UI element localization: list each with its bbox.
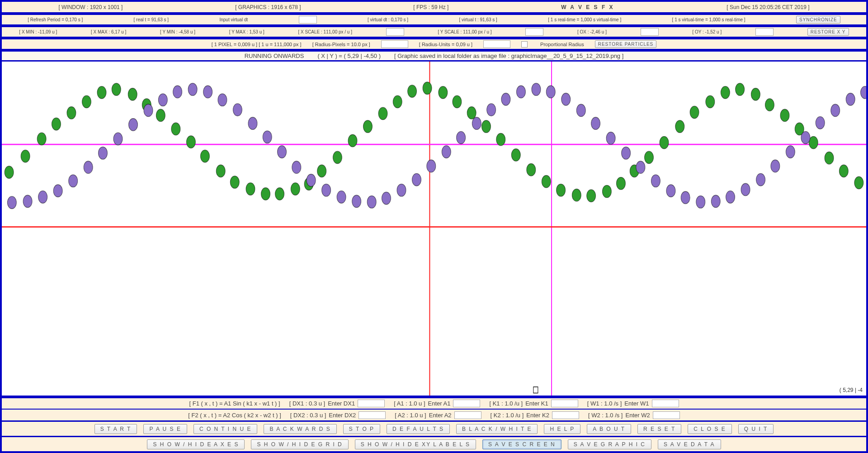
- svg-point-48: [645, 151, 654, 163]
- save-data-button[interactable]: S A V E D A T A: [658, 439, 721, 449]
- svg-point-111: [726, 191, 735, 203]
- svg-point-99: [546, 86, 555, 98]
- svg-point-109: [696, 196, 705, 208]
- restore-particles-button[interactable]: RESTORE PARTICLES: [595, 40, 657, 48]
- ox-field[interactable]: [641, 28, 659, 36]
- svg-point-22: [261, 188, 270, 200]
- svg-point-103: [606, 132, 615, 144]
- f1-dx-field[interactable]: [358, 400, 385, 407]
- reset-button[interactable]: R E S E T: [637, 424, 681, 434]
- svg-point-10: [82, 95, 91, 108]
- svg-point-60: [825, 152, 834, 164]
- ox: [ OX : -2,46 u ]: [577, 29, 607, 34]
- f2-k-field[interactable]: [552, 411, 579, 419]
- backwards-button[interactable]: B A C K W A R D S: [264, 424, 336, 434]
- f1-k-field[interactable]: [551, 400, 578, 407]
- svg-point-114: [771, 160, 780, 172]
- fps-readout: [ FPS : 59 Hz ]: [413, 4, 448, 10]
- save-screen-button[interactable]: S A V E S C R E E N: [482, 439, 561, 449]
- svg-point-78: [233, 104, 242, 116]
- help-button[interactable]: H E L P: [544, 424, 580, 434]
- restore-xy-button[interactable]: RESTORE X Y: [807, 28, 849, 36]
- yscale-field[interactable]: [525, 28, 543, 36]
- svg-point-52: [706, 95, 715, 108]
- axes-bar: [ X MIN : -11,09 u ] [ X MAX : 6,17 u ] …: [2, 26, 866, 38]
- f1-a-field[interactable]: [453, 400, 480, 407]
- svg-point-100: [561, 93, 571, 105]
- black-white-button[interactable]: B L A C K / W H I T E: [456, 424, 538, 434]
- svg-point-55: [751, 88, 760, 100]
- svg-point-24: [291, 183, 300, 195]
- svg-point-93: [457, 131, 466, 143]
- svg-point-56: [765, 99, 774, 111]
- f2-enter-w-label: Enter W2: [625, 412, 650, 419]
- svg-point-112: [741, 183, 750, 196]
- svg-point-73: [158, 94, 167, 106]
- yscale: [ Y SCALE : 111,00 px / u ]: [438, 29, 491, 34]
- svg-point-18: [200, 150, 209, 162]
- quit-button[interactable]: Q U I T: [738, 424, 774, 434]
- oy: [ OY : -1,52 u ]: [692, 29, 722, 34]
- svg-point-85: [337, 191, 346, 203]
- svg-point-66: [53, 185, 62, 197]
- svg-point-68: [84, 161, 93, 173]
- svg-point-17: [186, 136, 195, 148]
- svg-point-102: [591, 117, 600, 129]
- toggle-grid-button[interactable]: S H O W / H I D E G R I D: [251, 439, 348, 449]
- svg-point-46: [616, 177, 625, 190]
- svg-point-43: [572, 189, 581, 201]
- radius-u-field[interactable]: [483, 40, 510, 48]
- svg-point-101: [576, 104, 585, 116]
- svg-point-71: [129, 119, 138, 131]
- save-graphic-button[interactable]: S A V E G R A P H I C: [568, 439, 651, 449]
- radius-px-field[interactable]: [381, 40, 408, 48]
- synchronize-button[interactable]: SYNCHRONIZE: [796, 16, 840, 24]
- svg-point-76: [203, 86, 212, 98]
- f2-a-field[interactable]: [454, 411, 481, 419]
- f2-k: [ K2 : 1.0 /u ]: [491, 412, 524, 419]
- f2-dx: [ DX2 : 0.3 u ]: [290, 412, 326, 419]
- continue-button[interactable]: C O N T I N U E: [193, 424, 258, 434]
- svg-point-49: [660, 136, 669, 148]
- svg-point-23: [275, 188, 284, 200]
- svg-point-27: [333, 151, 342, 163]
- toggle-axes-button[interactable]: S H O W / H I D E A X E S: [147, 439, 245, 449]
- svg-point-41: [542, 175, 551, 187]
- plot-canvas[interactable]: ( 5,29 | -4: [2, 60, 866, 397]
- svg-point-108: [681, 191, 690, 204]
- svg-point-42: [557, 184, 566, 196]
- svg-point-45: [602, 185, 611, 197]
- defaults-button[interactable]: D E F A U L T S: [387, 424, 450, 434]
- close-button[interactable]: C L O S E: [688, 424, 732, 434]
- func2-bar: [ F2 ( x , t ) = A2 Cos ( k2 x - w2 t ) …: [2, 409, 866, 420]
- xscale-field[interactable]: [386, 28, 404, 36]
- oy-field[interactable]: [755, 28, 774, 36]
- svg-point-31: [393, 95, 402, 108]
- svg-point-83: [307, 174, 316, 186]
- xscale: [ X SCALE : 111,00 px / u ]: [298, 29, 352, 34]
- proportional-radius-checkbox[interactable]: [521, 41, 528, 48]
- svg-point-119: [846, 93, 855, 105]
- start-button[interactable]: S T A R T: [94, 424, 137, 434]
- running-status: RUNNING ONWARDS: [245, 52, 304, 59]
- f2-dx-field[interactable]: [359, 411, 386, 419]
- proportional-radius-label: Proportional Radius: [540, 42, 584, 47]
- f1-enter-a-label: Enter A1: [428, 400, 451, 407]
- stop-button[interactable]: S T O P: [343, 424, 380, 434]
- svg-point-116: [801, 131, 810, 143]
- xy-readout: ( X | Y ) = ( 5,29 | -4,50 ): [317, 52, 381, 59]
- svg-point-35: [453, 95, 462, 108]
- svg-point-89: [397, 184, 406, 196]
- f2-w-field[interactable]: [653, 411, 680, 419]
- f1-w-field[interactable]: [652, 400, 679, 407]
- svg-point-87: [367, 196, 376, 208]
- about-button[interactable]: A B O U T: [587, 424, 631, 434]
- svg-point-80: [263, 131, 272, 143]
- input-vdt-field[interactable]: [299, 16, 317, 24]
- svg-point-82: [292, 161, 301, 173]
- f2-a: [ A2 : 1.0 u ]: [395, 412, 426, 419]
- svg-point-7: [37, 133, 46, 145]
- svg-point-115: [786, 146, 795, 158]
- toggle-xy-labels-button[interactable]: S H O W / H I D E XY L A B E L S: [355, 439, 476, 449]
- pause-button[interactable]: P A U S E: [143, 424, 187, 434]
